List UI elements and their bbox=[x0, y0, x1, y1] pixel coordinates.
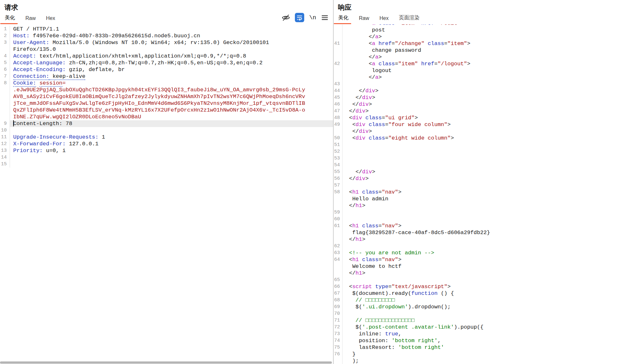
line-number: 6 bbox=[0, 66, 10, 73]
response-code-lines: 40 <a class="item" href="/edit"> post </… bbox=[333, 24, 629, 364]
code-text: $(document).ready(function () { bbox=[342, 290, 629, 297]
code-line: 56 </div> bbox=[333, 175, 629, 182]
response-panel: 响应 美化 Raw Hex 页面渲染 40 <a class="item" hr… bbox=[333, 0, 629, 364]
code-line: 44 </div> bbox=[333, 87, 629, 94]
line-number: 66 bbox=[333, 283, 342, 290]
line-number bbox=[0, 114, 10, 120]
code-text: jTce_mmJdOFssAFuXgSvJwLlgTe6zFjpHyHIo_Ed… bbox=[10, 100, 333, 107]
code-line: 4Accept: text/html,application/xhtml+xml… bbox=[0, 53, 333, 59]
code-text bbox=[342, 182, 629, 189]
code-text: </a> bbox=[342, 33, 629, 40]
code-text: .eJw9UE2PgjAQ_SubOXuQghcTD26KBpJpgykh04t… bbox=[10, 86, 333, 93]
response-editor[interactable]: 40 <a class="item" href="/edit"> post </… bbox=[333, 24, 629, 364]
code-text bbox=[342, 243, 629, 250]
newline-icon[interactable]: \n bbox=[309, 14, 316, 21]
line-number: 61 bbox=[333, 223, 342, 229]
code-line: </h1> bbox=[333, 270, 629, 277]
code-line: 74 position: 'bottom right', bbox=[333, 337, 629, 344]
line-number: 3 bbox=[0, 39, 10, 46]
code-line: 40 <a class="item" href="/edit"> bbox=[333, 24, 629, 27]
code-line: 8Cookie: session= bbox=[0, 80, 333, 86]
line-number: 44 bbox=[333, 87, 342, 94]
code-line: QxZFlIph6F8We4tNMmH5B3EfLSV_erVNq-kMzRYL… bbox=[0, 107, 333, 114]
code-line: 1GET / HTTP/1.1 bbox=[0, 26, 333, 32]
line-number: 64 bbox=[333, 256, 342, 263]
line-number: 47 bbox=[333, 108, 342, 114]
tab-request-beautify[interactable]: 美化 bbox=[5, 14, 15, 24]
line-number bbox=[333, 196, 342, 202]
code-text: </div> bbox=[342, 168, 629, 175]
line-number bbox=[0, 93, 10, 100]
tab-request-hex[interactable]: Hex bbox=[46, 14, 55, 24]
code-line: AV8_sASy2iCvF6gokEU8IaOBimQueTcJlg2afzey… bbox=[0, 93, 333, 100]
code-text: Accept: text/html,application/xhtml+xml,… bbox=[10, 53, 333, 59]
request-horizontal-scrollbar[interactable] bbox=[0, 361, 332, 364]
line-number: 60 bbox=[333, 216, 342, 223]
code-text bbox=[10, 154, 333, 161]
tab-response-beautify[interactable]: 美化 bbox=[338, 14, 349, 24]
code-line: 55 </div> bbox=[333, 168, 629, 175]
line-number: 43 bbox=[333, 81, 342, 87]
code-text: Accept-Encoding: gzip, deflate, br bbox=[10, 66, 333, 73]
eye-off-icon[interactable] bbox=[282, 14, 290, 22]
code-line: 60 bbox=[333, 216, 629, 223]
menu-icon[interactable] bbox=[321, 14, 329, 22]
code-line: 41 <a href="/change" class="item"> bbox=[333, 40, 629, 47]
code-line: 54 bbox=[333, 162, 629, 168]
code-text bbox=[10, 127, 333, 134]
line-number: 57 bbox=[333, 182, 342, 189]
code-line: 69 $('.ui.dropdown').dropdown(); bbox=[333, 304, 629, 310]
line-number: 71 bbox=[333, 317, 342, 324]
line-number: 58 bbox=[333, 189, 342, 196]
code-text: <div class="eight wide column"> bbox=[342, 135, 629, 141]
code-line: 3User-Agent: Mozilla/5.0 (Windows NT 10.… bbox=[0, 39, 333, 46]
code-line: 6Accept-Encoding: gzip, deflate, br bbox=[0, 66, 333, 73]
word-wrap-icon[interactable] bbox=[295, 13, 304, 22]
http-viewer: 请求 美化 Raw Hex bbox=[0, 0, 629, 364]
line-number: 62 bbox=[333, 243, 342, 250]
code-line: 53 bbox=[333, 155, 629, 162]
line-number: 69 bbox=[333, 304, 342, 310]
code-line: 2Host: f4957e6e-029d-40b7-833b-209a56266… bbox=[0, 32, 333, 39]
tab-response-hex[interactable]: Hex bbox=[379, 14, 389, 24]
code-text: Welcome to hctf bbox=[342, 263, 629, 270]
request-editor[interactable]: 1GET / HTTP/1.12Host: f4957e6e-029d-40b7… bbox=[0, 24, 333, 364]
code-text: </div> bbox=[342, 128, 629, 135]
code-line: 59 bbox=[333, 209, 629, 216]
code-text: X-Forwarded-For: 127.0.0.1 bbox=[10, 141, 333, 147]
code-text: AV8_sASy2iCvF6gokEU8IaOBimQueTcJlg2afzey… bbox=[10, 93, 333, 100]
tab-response-raw[interactable]: Raw bbox=[359, 14, 369, 24]
line-number bbox=[333, 47, 342, 54]
code-text: GET / HTTP/1.1 bbox=[10, 26, 333, 32]
code-text: lastResort: 'bottom right' bbox=[342, 344, 629, 351]
tab-request-raw[interactable]: Raw bbox=[25, 14, 36, 24]
line-number bbox=[0, 86, 10, 93]
code-line: 10 bbox=[0, 127, 333, 134]
tab-response-render[interactable]: 页面渲染 bbox=[398, 14, 420, 24]
code-line: </a> bbox=[333, 74, 629, 81]
line-number: 59 bbox=[333, 209, 342, 216]
code-line: 5Accept-Language: zh-CN,zh;q=0.8,zh-TW;q… bbox=[0, 59, 333, 66]
line-number: 7 bbox=[0, 73, 10, 80]
code-line: 66 <script type="text/javascript"> bbox=[333, 283, 629, 290]
line-number: 49 bbox=[333, 121, 342, 128]
code-line: Welcome to hctf bbox=[333, 263, 629, 270]
code-line: </a> bbox=[333, 54, 629, 60]
code-line: 11Upgrade-Insecure-Requests: 1 bbox=[0, 134, 333, 141]
code-text bbox=[342, 277, 629, 283]
line-number: 53 bbox=[333, 155, 342, 162]
line-number bbox=[333, 128, 342, 135]
code-text: Host: f4957e6e-029d-40b7-833b-209a562661… bbox=[10, 32, 333, 39]
code-text: </div> bbox=[342, 108, 629, 114]
request-tab-bar: 美化 Raw Hex bbox=[0, 14, 333, 24]
code-text: IbNE.Z7qUFw.wgQI2lOZR0DLoEc8neo5vNoDBaU bbox=[10, 114, 333, 120]
line-number: 48 bbox=[333, 114, 342, 121]
code-line: </h1> bbox=[333, 202, 629, 209]
code-text: <div class="four wide column"> bbox=[342, 121, 629, 128]
line-number: 40 bbox=[333, 24, 342, 27]
code-text: Accept-Language: zh-CN,zh;q=0.8,zh-TW;q=… bbox=[10, 59, 333, 66]
newline-glyph: \n bbox=[309, 14, 316, 21]
line-number: 4 bbox=[0, 53, 10, 59]
line-number: 70 bbox=[333, 310, 342, 317]
request-hscroll-thumb[interactable] bbox=[0, 361, 332, 364]
